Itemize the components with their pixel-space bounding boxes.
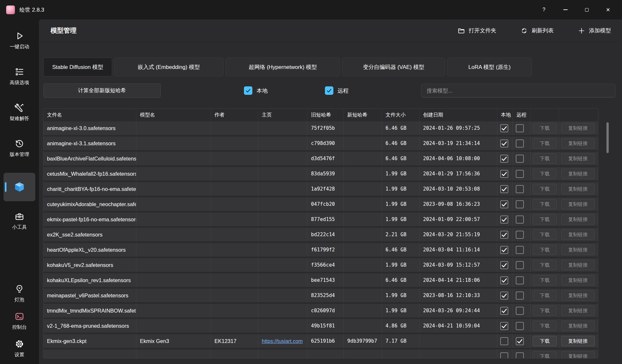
table-row[interactable]: kohakuXLEpsilon_rev1.safetensorsbee71543… — [43, 273, 598, 287]
copy-link-button[interactable]: 复制链接 — [561, 321, 595, 331]
remote-checkbox[interactable] — [516, 337, 524, 345]
refresh-list-button[interactable]: 刷新列表 — [518, 25, 556, 37]
search-input[interactable] — [421, 84, 616, 97]
copy-link-button[interactable]: 复制链接 — [561, 275, 595, 285]
remote-checkbox[interactable] — [516, 246, 524, 254]
download-button[interactable]: 下载 — [533, 290, 557, 301]
remote-filter-checkbox[interactable] — [325, 86, 333, 95]
tab-3[interactable]: 超网络 (Hypernetwork) 模型 — [225, 58, 340, 76]
remote-checkbox[interactable] — [516, 200, 524, 208]
copy-link-button[interactable]: 复制链接 — [561, 260, 595, 270]
local-checkbox[interactable] — [500, 215, 508, 224]
table-row[interactable]: animagine-xl-3.1.safetensorsc798d3906.46… — [43, 136, 598, 150]
tab-1[interactable]: Stable Diffusion 模型 — [43, 58, 112, 76]
local-checkbox[interactable] — [500, 276, 508, 284]
copy-link-button[interactable]: 复制链接 — [561, 169, 595, 179]
homepage-link[interactable]: https://tusiart.com — [262, 338, 303, 344]
local-checkbox[interactable] — [500, 337, 508, 345]
tab-5[interactable]: LoRA 模型 (原生) — [447, 58, 532, 76]
remote-checkbox[interactable] — [516, 276, 524, 284]
download-button[interactable]: 下载 — [533, 260, 557, 270]
table-row[interactable]: meinapastel_v6Pastel.safetensors823525d4… — [43, 288, 598, 303]
local-checkbox[interactable] — [500, 307, 508, 315]
table-row[interactable]: ekmix-pastel-fp16-no-ema.safetensors877e… — [43, 212, 598, 226]
local-checkbox[interactable] — [500, 124, 508, 132]
download-button[interactable]: 下载 — [533, 123, 557, 133]
copy-link-button[interactable]: 复制链接 — [561, 153, 595, 164]
table-row[interactable]: cetusMix_Whalefall2-fp16.safetensors83da… — [43, 167, 598, 181]
copy-link-button[interactable]: 复制链接 — [561, 351, 595, 358]
download-button[interactable]: 下载 — [533, 153, 557, 164]
local-checkbox[interactable] — [500, 170, 508, 178]
open-folder-button[interactable]: 打开文件夹 — [455, 25, 499, 37]
copy-link-button[interactable]: 复制链接 — [561, 290, 595, 301]
remote-checkbox[interactable] — [516, 170, 524, 178]
local-filter-checkbox[interactable] — [244, 86, 252, 95]
copy-link-button[interactable]: 复制链接 — [561, 184, 595, 194]
copy-link-button[interactable]: 复制链接 — [561, 123, 595, 133]
remote-checkbox[interactable] — [516, 185, 524, 193]
remote-checkbox[interactable] — [516, 139, 524, 148]
remote-checkbox[interactable] — [516, 261, 524, 269]
sidebar-item-lightbulb[interactable]: 灯泡 — [0, 284, 39, 303]
close-button[interactable]: ✕ — [601, 3, 616, 17]
sidebar-item-console[interactable]: 控制台 — [0, 312, 39, 330]
sidebar-item-launch[interactable]: 一键启动 — [0, 31, 39, 50]
local-checkbox[interactable] — [500, 139, 508, 148]
download-button[interactable]: 下载 — [533, 305, 557, 316]
table-row[interactable]: cuteyukimixAdorable_neochapter.safetenso… — [43, 197, 598, 211]
remote-checkbox[interactable] — [516, 352, 524, 358]
minimize-button[interactable] — [558, 3, 573, 17]
download-button[interactable]: 下载 — [533, 138, 557, 149]
download-button[interactable]: 下载 — [533, 245, 557, 255]
copy-link-button[interactable]: 复制链接 — [561, 199, 595, 209]
sidebar-item-settings[interactable]: 设置 — [0, 339, 39, 358]
remote-checkbox[interactable] — [516, 155, 524, 163]
copy-link-button[interactable]: 复制链接 — [561, 229, 595, 240]
remote-checkbox[interactable] — [516, 292, 524, 300]
download-button[interactable]: 下载 — [533, 184, 557, 194]
remote-checkbox[interactable] — [516, 231, 524, 239]
tab-4[interactable]: 变分自编码器 (VAE) 模型 — [342, 58, 445, 76]
sidebar-item-small-tools[interactable]: 小工具 — [0, 212, 39, 230]
local-checkbox[interactable] — [500, 352, 508, 358]
table-row[interactable]: kohakuV5_rev2.safetensorsf3566ce41.99 GB… — [43, 258, 598, 272]
copy-link-button[interactable]: 复制链接 — [561, 336, 595, 346]
table-row[interactable]: charitt_charitBYA-fp16-no-ema.safetensor… — [43, 182, 598, 196]
download-button[interactable]: 下载 — [533, 214, 557, 225]
remote-checkbox[interactable] — [516, 322, 524, 330]
add-model-button[interactable]: 添加模型 — [575, 25, 614, 37]
sidebar-item-advanced-options[interactable]: 高级选项 — [0, 67, 39, 85]
download-button[interactable]: 下载 — [533, 275, 557, 285]
local-checkbox[interactable] — [500, 231, 508, 239]
remote-checkbox[interactable] — [516, 307, 524, 315]
sidebar-item-version-manager[interactable]: 版本管理 — [0, 139, 39, 157]
sidebar-item-troubleshoot[interactable]: 疑难解答 — [0, 103, 39, 121]
remote-checkbox[interactable] — [516, 124, 524, 132]
download-button[interactable]: 下载 — [533, 351, 557, 358]
local-checkbox[interactable] — [500, 155, 508, 163]
help-button[interactable]: ? — [536, 3, 551, 17]
local-checkbox[interactable] — [500, 246, 508, 254]
table-row[interactable]: animagine-xl-3.0.safetensors75f2f05b6.46… — [43, 121, 598, 135]
table-row[interactable]: heartOfAppleXL_v20.safetensorsf61799f26.… — [43, 243, 598, 257]
download-button[interactable]: 下载 — [533, 321, 557, 331]
copy-link-button[interactable]: 复制链接 — [561, 214, 595, 225]
table-row[interactable]: baxlBlueArchiveFlatCelluloid.safetensors… — [43, 151, 598, 166]
tab-2[interactable]: 嵌入式 (Embedding) 模型 — [114, 58, 224, 76]
maximize-button[interactable] — [579, 3, 594, 17]
download-button[interactable]: 下载 — [533, 169, 557, 179]
table-row[interactable]: ex2K_sse2.safetensorsbd222c142.21 GB2024… — [43, 227, 598, 242]
compute-hash-button[interactable]: 计算全部新版短哈希 — [43, 83, 161, 98]
local-checkbox[interactable] — [500, 261, 508, 269]
remote-checkbox[interactable] — [516, 215, 524, 224]
table-row[interactable]: tmndMix_tmndMixSPRAINBOW.safetensorsc026… — [43, 303, 598, 318]
sidebar-item-model-manager[interactable] — [4, 173, 35, 201]
download-button[interactable]: 下载 — [533, 336, 557, 346]
table-row[interactable]: Ekmix-gen3.ckptEkmix Gen3EK12317https://… — [43, 334, 598, 348]
copy-link-button[interactable]: 复制链接 — [561, 245, 595, 255]
local-checkbox[interactable] — [500, 200, 508, 208]
local-checkbox[interactable] — [500, 185, 508, 193]
download-button[interactable]: 下载 — [533, 199, 557, 209]
vertical-scrollbar[interactable] — [606, 122, 609, 153]
